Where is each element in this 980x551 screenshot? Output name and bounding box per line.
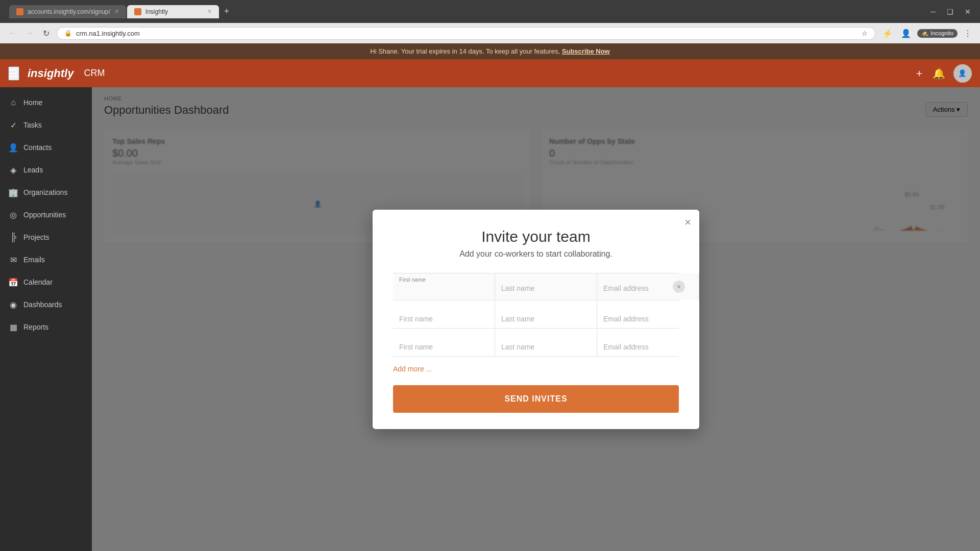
hamburger-button[interactable]: ☰ [8, 66, 19, 81]
user-avatar[interactable]: 👤 [953, 64, 972, 83]
tab-close-1[interactable]: ✕ [114, 8, 119, 15]
window-minimize-button[interactable]: ─ [926, 7, 940, 17]
row2-firstname-input[interactable] [393, 300, 495, 328]
notification-button[interactable]: 🔔 [933, 67, 945, 80]
trial-text: Hi Shane. Your trial expires in 14 days.… [370, 47, 560, 55]
incognito-badge: 🕵 Incognito [917, 29, 958, 38]
sidebar: ⌂ Home ✓ Tasks 👤 Contacts ◈ Leads 🏢 Orga… [0, 87, 92, 551]
new-tab-button[interactable]: + [220, 6, 234, 17]
menu-button[interactable]: ⋮ [962, 27, 974, 40]
sidebar-item-projects-label: Projects [23, 233, 50, 241]
tab-insightly[interactable]: Insightly ✕ [127, 5, 219, 18]
sidebar-item-leads[interactable]: ◈ Leads [0, 159, 92, 181]
row1-lastname-input[interactable] [495, 273, 597, 300]
row3-email-input[interactable] [597, 329, 699, 356]
sidebar-item-emails[interactable]: ✉ Emails [0, 248, 92, 271]
tab-label-1: accounts.insightly.com/signup/ [28, 8, 110, 15]
emails-icon: ✉ [8, 255, 18, 265]
sidebar-item-dashboards[interactable]: ◉ Dashboards [0, 293, 92, 316]
sidebar-item-opportunities-label: Opportunities [23, 211, 66, 219]
tab-label-2: Insightly [145, 8, 168, 15]
incognito-icon: 🕵 [921, 30, 928, 37]
forward-button[interactable]: → [23, 27, 36, 40]
app-layout: Hi Shane. Your trial expires in 14 days.… [0, 43, 980, 551]
sidebar-item-emails-label: Emails [23, 256, 45, 264]
modal-subtitle: Add your co-workers to start collaborati… [393, 249, 679, 259]
tab-favicon-1 [16, 8, 23, 15]
row2-lastname-input[interactable] [495, 300, 597, 328]
dashboards-icon: ◉ [8, 299, 18, 310]
sidebar-item-calendar-label: Calendar [23, 278, 53, 286]
invite-row-3 [393, 329, 679, 357]
crm-label: CRM [84, 68, 105, 79]
tab-favicon-2 [134, 8, 141, 15]
tasks-icon: ✓ [8, 120, 18, 130]
row1-label: First name [399, 277, 426, 283]
url-text: crm.na1.insightly.com [76, 30, 857, 37]
sidebar-item-organizations[interactable]: 🏢 Organizations [0, 181, 92, 204]
browser-chrome: accounts.insightly.com/signup/ ✕ Insight… [0, 0, 980, 23]
row2-email-input[interactable] [597, 300, 699, 328]
opportunities-icon: ◎ [8, 210, 18, 220]
window-close-button[interactable]: ✕ [961, 7, 975, 17]
home-icon: ⌂ [8, 97, 18, 108]
address-actions: ⚡ 👤 🕵 Incognito ⋮ [880, 27, 974, 40]
sidebar-item-contacts[interactable]: 👤 Contacts [0, 136, 92, 159]
send-invites-button[interactable]: SEND INVITES [393, 385, 679, 413]
row3-firstname-input[interactable] [393, 329, 495, 356]
organizations-icon: 🏢 [8, 187, 18, 197]
row3-lastname-input[interactable] [495, 329, 597, 356]
star-icon: ☆ [862, 30, 868, 37]
sidebar-item-home[interactable]: ⌂ Home [0, 91, 92, 114]
app-header: ☰ insightly CRM ＋ 🔔 👤 [0, 59, 980, 87]
invite-modal: × Invite your team Add your co-workers t… [373, 210, 699, 429]
sidebar-item-calendar[interactable]: 📅 Calendar [0, 271, 92, 293]
modal-title: Invite your team [393, 228, 679, 245]
invite-row-2 [393, 300, 679, 329]
sidebar-item-organizations-label: Organizations [23, 188, 67, 196]
leads-icon: ◈ [8, 165, 18, 175]
main-content: ⌂ Home ✓ Tasks 👤 Contacts ◈ Leads 🏢 Orga… [0, 87, 980, 551]
sidebar-item-projects[interactable]: ╠ Projects [0, 226, 92, 248]
trial-banner: Hi Shane. Your trial expires in 14 days.… [0, 43, 980, 59]
row1-clear-button[interactable]: × [673, 281, 685, 293]
invite-form: First name × [393, 273, 679, 357]
reports-icon: ▦ [8, 322, 18, 332]
refresh-button[interactable]: ↻ [41, 27, 52, 40]
invite-row-1: First name × [393, 273, 679, 300]
add-more-link[interactable]: Add more ... [393, 357, 432, 377]
page-content: HOME Opportunities Dashboard Actions ▾ T… [92, 87, 980, 551]
tab-signup[interactable]: accounts.insightly.com/signup/ ✕ [9, 5, 126, 18]
add-button[interactable]: ＋ [914, 66, 924, 80]
back-button[interactable]: ← [6, 27, 18, 40]
modal-close-button[interactable]: × [684, 217, 691, 228]
sidebar-item-opportunities[interactable]: ◎ Opportunities [0, 204, 92, 226]
modal-overlay[interactable]: × Invite your team Add your co-workers t… [92, 87, 980, 551]
extension-button[interactable]: ⚡ [880, 27, 895, 40]
lock-icon: 🔒 [64, 30, 72, 37]
address-bar: ← → ↻ 🔒 crm.na1.insightly.com ☆ ⚡ 👤 🕵 In… [0, 23, 980, 43]
projects-icon: ╠ [8, 232, 18, 242]
sidebar-item-tasks[interactable]: ✓ Tasks [0, 114, 92, 136]
profile-button[interactable]: 👤 [899, 27, 913, 40]
sidebar-item-home-label: Home [23, 98, 42, 107]
logo: insightly [28, 67, 74, 80]
sidebar-item-reports[interactable]: ▦ Reports [0, 316, 92, 338]
sidebar-item-leads-label: Leads [23, 166, 43, 174]
header-actions: ＋ 🔔 👤 [914, 64, 972, 83]
tab-bar: accounts.insightly.com/signup/ ✕ Insight… [9, 5, 922, 18]
url-bar[interactable]: 🔒 crm.na1.insightly.com ☆ [57, 27, 875, 40]
incognito-label: Incognito [930, 30, 953, 36]
sidebar-item-reports-label: Reports [23, 323, 48, 331]
tab-close-2[interactable]: ✕ [207, 8, 212, 15]
sidebar-item-dashboards-label: Dashboards [23, 300, 62, 309]
calendar-icon: 📅 [8, 277, 18, 287]
subscribe-link[interactable]: Subscribe Now [562, 47, 610, 55]
window-maximize-button[interactable]: ❑ [943, 7, 958, 17]
window-controls: ─ ❑ ✕ [926, 7, 975, 17]
contacts-icon: 👤 [8, 142, 18, 153]
sidebar-item-tasks-label: Tasks [23, 121, 42, 129]
sidebar-item-contacts-label: Contacts [23, 143, 52, 152]
